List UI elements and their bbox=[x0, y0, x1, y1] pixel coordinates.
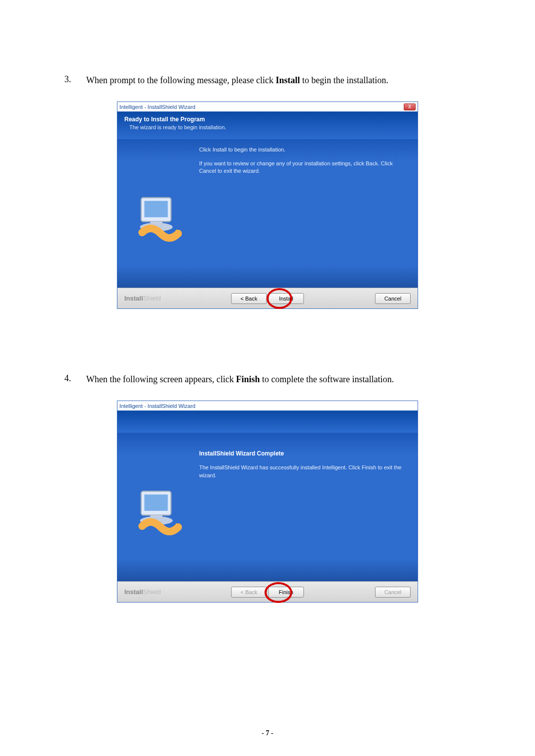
page-number: - 7 - bbox=[0, 729, 535, 737]
svg-rect-1 bbox=[144, 201, 167, 217]
dialog-main: InstallShield Wizard Complete The Instal… bbox=[199, 433, 418, 581]
step3-text-before: When prompt to the following message, pl… bbox=[86, 75, 275, 85]
brand-b: Shield bbox=[143, 588, 161, 596]
cancel-button: Cancel bbox=[375, 587, 411, 598]
dialog-title: Intelligent - InstallShield Wizard bbox=[119, 104, 195, 110]
dialog-header: Ready to Install the Program The wizard … bbox=[117, 112, 418, 139]
dialog-header-subtitle: The wizard is ready to begin installatio… bbox=[124, 124, 411, 130]
back-button: < Back bbox=[231, 587, 267, 598]
step3-text-after: to begin the installation. bbox=[300, 75, 388, 85]
step-text: When prompt to the following message, pl… bbox=[86, 74, 388, 87]
dialog-body-line2: If you want to review or change any of y… bbox=[199, 160, 410, 175]
dialog-main: Click Install to begin the installation.… bbox=[199, 139, 418, 288]
dialog-titlebar: Intelligent - InstallShield Wizard bbox=[117, 401, 418, 411]
dialog-body: Click Install to begin the installation.… bbox=[117, 139, 418, 288]
install-button[interactable]: Install bbox=[268, 293, 304, 304]
dialog-body: InstallShield Wizard Complete The Instal… bbox=[117, 433, 418, 581]
dialog-side-image bbox=[117, 433, 199, 581]
finish-button[interactable]: Finish bbox=[268, 587, 304, 598]
brand-a: Install bbox=[124, 588, 143, 596]
step4-bold: Finish bbox=[236, 374, 260, 384]
brand-b: Shield bbox=[143, 295, 161, 302]
step3-bold: Install bbox=[275, 75, 300, 85]
dialog-body-title: InstallShield Wizard Complete bbox=[199, 450, 410, 458]
dialog-header-title: Ready to Install the Program bbox=[124, 116, 411, 123]
brand-a: Install bbox=[124, 295, 143, 302]
step-number: 3. bbox=[64, 74, 86, 87]
step-4: 4. When the following screen appears, cl… bbox=[64, 373, 471, 386]
step-number: 4. bbox=[64, 373, 86, 386]
dialog-title: Intelligent - InstallShield Wizard bbox=[119, 403, 195, 409]
step4-text-after: to complete the software installation. bbox=[260, 374, 394, 384]
install-dialog: Intelligent - InstallShield Wizard X Rea… bbox=[117, 101, 418, 309]
svg-rect-5 bbox=[144, 495, 167, 511]
dialog-header-empty bbox=[117, 411, 418, 433]
dialog-body-line1: Click Install to begin the installation. bbox=[199, 146, 410, 153]
step4-text-before: When the following screen appears, click bbox=[86, 374, 236, 384]
dialog-footer: InstallShield < Back Finish Cancel bbox=[117, 581, 418, 602]
installshield-brand: InstallShield bbox=[124, 295, 161, 302]
installshield-brand: InstallShield bbox=[124, 588, 161, 596]
computer-icon bbox=[131, 191, 186, 246]
step-3: 3. When prompt to the following message,… bbox=[64, 74, 471, 87]
back-button[interactable]: < Back bbox=[231, 293, 267, 304]
cancel-button[interactable]: Cancel bbox=[375, 293, 411, 304]
finish-dialog: Intelligent - InstallShield Wizard Insta… bbox=[117, 401, 418, 603]
computer-icon bbox=[131, 485, 186, 539]
dialog-body-line1: The InstallShield Wizard has successfull… bbox=[199, 464, 410, 479]
dialog-footer: InstallShield < Back Install Cancel bbox=[117, 288, 418, 308]
close-icon[interactable]: X bbox=[404, 103, 416, 110]
dialog-titlebar: Intelligent - InstallShield Wizard X bbox=[117, 102, 418, 112]
dialog-side-image bbox=[117, 139, 199, 288]
step-text: When the following screen appears, click… bbox=[86, 373, 394, 386]
